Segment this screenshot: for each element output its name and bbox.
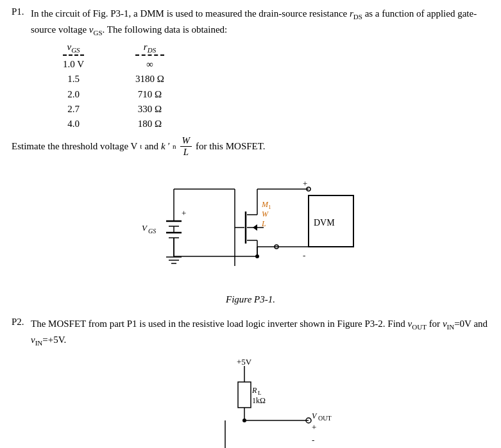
dvm-label: DVM	[314, 218, 335, 228]
problem-1: P1. In the circuit of Fig. P3-1, a DMM i…	[12, 6, 489, 305]
vgs-source-label: V	[142, 223, 148, 233]
problem-2-text: The MOSFET from part P1 is used in the r…	[31, 317, 489, 348]
vout-sublabel: OUT	[318, 415, 332, 422]
problem-1-text: In the circuit of Fig. P3-1, a DMM is us…	[31, 6, 489, 38]
vgs-source-sublabel: GS	[148, 228, 156, 235]
vgs-row-2: 1.5	[63, 72, 84, 87]
w-label: W	[262, 210, 269, 219]
vgs-row-1: 1.0 V	[63, 57, 84, 72]
rds-row-4: 330 Ω	[135, 102, 164, 117]
rds-column: rDS ∞ 3180 Ω 710 Ω 330 Ω 180 Ω	[135, 42, 164, 131]
rds-header: rDS	[135, 42, 164, 56]
vgs-header: vGS	[63, 42, 84, 56]
dvm-minus-label: -	[303, 251, 305, 260]
circuit-diagram-2: +5V R L 1kΩ	[12, 353, 489, 448]
problem-2-header: P2. The MOSFET from part P1 is used in t…	[12, 317, 489, 348]
rl-label: R	[251, 386, 257, 395]
l-label: L	[261, 219, 266, 228]
circuit-svg-1: + V GS	[135, 163, 366, 292]
vgs-row-5: 4.0	[63, 117, 84, 131]
problem-1-header: P1. In the circuit of Fig. P3-1, a DMM i…	[12, 6, 489, 38]
estimate-line: Estimate the threshold voltage Vt and k′…	[12, 135, 489, 157]
rds-row-3: 710 Ω	[135, 87, 164, 102]
mosfet-arrow	[253, 224, 257, 231]
rl-sublabel: L	[258, 390, 262, 396]
dvm-plus-label: +	[303, 179, 307, 188]
vgs-column: vGS 1.0 V 1.5 2.0 2.7 4.0	[63, 42, 84, 131]
rl-resistor	[238, 382, 251, 408]
fraction-denominator: L	[182, 147, 191, 158]
circuit-diagram-1: + V GS	[12, 163, 489, 292]
problem-1-number: P1.	[12, 6, 27, 38]
rl-value: 1kΩ	[252, 396, 266, 405]
figure-p3-1-label: Figure P3-1.	[12, 294, 489, 305]
m1-sublabel: 1	[268, 204, 271, 210]
vout-label: V	[312, 411, 318, 420]
vgs-row-4: 2.7	[63, 102, 84, 117]
problem-2-number: P2.	[12, 317, 27, 348]
rds-row-1: ∞	[135, 57, 164, 72]
vgs-row-3: 2.0	[63, 87, 84, 102]
problem-2: P2. The MOSFET from part P1 is used in t…	[12, 317, 489, 448]
vout-plus: +	[312, 422, 316, 432]
fraction-numerator: W	[180, 135, 192, 147]
supply-label: +5V	[237, 357, 252, 367]
rds-row-2: 3180 Ω	[135, 72, 164, 87]
data-table: vGS 1.0 V 1.5 2.0 2.7 4.0 rDS ∞ 3180 Ω 7…	[63, 42, 489, 131]
vout-minus: -	[312, 435, 314, 445]
rds-row-5: 180 Ω	[135, 117, 164, 131]
wl-fraction: W L	[180, 135, 192, 157]
circuit-svg-2: +5V R L 1kΩ	[142, 353, 360, 448]
vgs-plus-label: +	[182, 208, 186, 218]
